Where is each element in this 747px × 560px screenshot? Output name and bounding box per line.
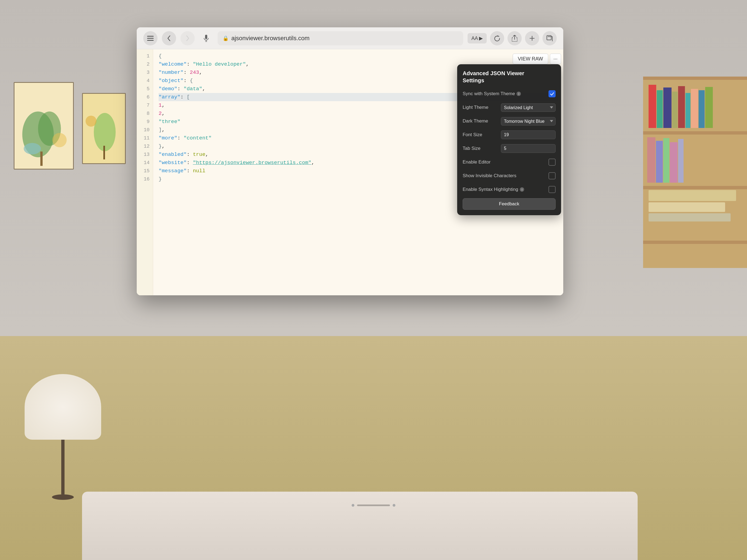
svg-rect-21 [691, 89, 698, 128]
wall-art-left [14, 82, 74, 170]
line-num-6: 6 [137, 93, 153, 101]
enable-syntax-checkbox[interactable] [548, 186, 556, 193]
line-num-1: 1 [137, 52, 153, 60]
svg-rect-29 [649, 190, 736, 201]
page-scroll-bar [357, 505, 390, 506]
line-num-11: 11 [137, 134, 153, 142]
line-num-2: 2 [137, 60, 153, 68]
lamp-foot [52, 494, 74, 500]
sidebar-toggle-button[interactable] [143, 31, 157, 45]
lamp [22, 374, 104, 511]
svg-rect-15 [649, 85, 656, 128]
line-num-14: 14 [137, 159, 153, 167]
page-dot-2 [393, 504, 395, 507]
enable-syntax-row: Enable Syntax Highlighting i [463, 184, 556, 195]
page-dot-1 [352, 504, 354, 507]
enable-editor-label: Enable Editor [463, 159, 548, 165]
svg-rect-19 [678, 86, 685, 128]
json-line-1: { [159, 52, 558, 60]
svg-rect-18 [672, 92, 677, 128]
svg-rect-23 [705, 87, 713, 128]
page-indicator [352, 504, 395, 507]
svg-rect-13 [643, 186, 747, 189]
settings-panel: Advanced JSON ViewerSettings Sync with S… [457, 64, 561, 215]
svg-rect-40 [547, 35, 551, 40]
font-size-row: Font Size [463, 130, 556, 140]
svg-rect-30 [649, 202, 725, 212]
line-num-10: 10 [137, 126, 153, 134]
enable-syntax-label: Enable Syntax Highlighting i [463, 187, 548, 192]
browser-toolbar: 🔒 ajsonviewer.browserutils.com AA ▶ [137, 27, 563, 49]
toolbar-right: AA ▶ [468, 31, 557, 45]
svg-rect-24 [647, 137, 655, 183]
svg-point-9 [85, 116, 97, 127]
dark-theme-label: Dark Theme [463, 119, 501, 124]
line-num-4: 4 [137, 77, 153, 85]
svg-rect-8 [103, 146, 105, 159]
line-num-3: 3 [137, 68, 153, 77]
show-invisible-row: Show Invisible Characters [463, 171, 556, 181]
view-raw-button[interactable]: VIEW RAW [513, 54, 548, 64]
svg-rect-25 [656, 141, 663, 183]
new-tab-button[interactable] [525, 31, 539, 45]
reader-mode-label: AA ▶ [471, 35, 483, 41]
svg-rect-26 [663, 138, 669, 183]
url-text: ajsonviewer.browserutils.com [231, 35, 310, 42]
svg-rect-14 [643, 240, 747, 244]
share-button[interactable] [508, 31, 522, 45]
sync-system-theme-row: Sync with System Theme i [463, 89, 556, 99]
feedback-button[interactable]: Feedback [463, 198, 556, 210]
tab-size-label: Tab Size [463, 146, 501, 151]
light-theme-select[interactable]: Solarized Light Default Light GitHub Lig… [501, 103, 556, 112]
show-invisible-checkbox[interactable] [548, 172, 556, 179]
sync-system-theme-checkbox[interactable] [548, 90, 556, 97]
light-theme-label: Light Theme [463, 105, 501, 110]
address-bar[interactable]: 🔒 ajsonviewer.browserutils.com [217, 31, 463, 45]
line-num-7: 7 [137, 101, 153, 109]
lock-icon: 🔒 [223, 35, 229, 41]
svg-rect-32 [147, 36, 154, 36]
svg-rect-11 [643, 77, 747, 80]
svg-rect-33 [147, 38, 154, 39]
svg-point-5 [52, 133, 67, 147]
sync-system-theme-label: Sync with System Theme i [463, 91, 548, 97]
font-size-input[interactable] [501, 130, 556, 139]
svg-rect-31 [649, 213, 730, 222]
line-num-15: 15 [137, 167, 153, 175]
svg-rect-16 [657, 90, 663, 128]
svg-rect-3 [40, 152, 42, 166]
browser-content: 1 2 3 4 5 6 7 8 9 10 11 12 13 14 15 16 {… [137, 49, 563, 295]
settings-title: Advanced JSON ViewerSettings [463, 70, 556, 84]
line-num-13: 13 [137, 150, 153, 159]
line-num-16: 16 [137, 175, 153, 183]
wall-art-left-2 [82, 93, 126, 164]
reload-button[interactable] [490, 31, 504, 45]
three-dots-button[interactable]: ··· [550, 54, 561, 64]
enable-editor-checkbox[interactable] [548, 159, 556, 166]
dark-theme-select[interactable]: Tomorrow Night Blue Monokai Dracula One … [501, 117, 556, 126]
line-num-12: 12 [137, 142, 153, 150]
back-button[interactable] [162, 31, 176, 45]
svg-rect-12 [643, 131, 747, 134]
browser-window: 🔒 ajsonviewer.browserutils.com AA ▶ [137, 27, 563, 295]
sync-info-icon[interactable]: i [516, 92, 521, 96]
svg-rect-35 [205, 35, 207, 39]
lamp-base [61, 440, 65, 494]
font-size-label: Font Size [463, 132, 501, 137]
light-theme-row: Light Theme Solarized Light Default Ligh… [463, 103, 556, 112]
sofa [82, 492, 638, 560]
enable-editor-row: Enable Editor [463, 157, 556, 167]
line-num-5: 5 [137, 85, 153, 93]
svg-rect-28 [678, 139, 684, 183]
svg-rect-17 [663, 87, 672, 128]
syntax-info-icon[interactable]: i [520, 187, 524, 192]
tab-size-input[interactable] [501, 144, 556, 153]
forward-button[interactable] [180, 31, 195, 45]
tabs-button[interactable] [542, 31, 557, 45]
line-num-9: 9 [137, 118, 153, 126]
dark-theme-row: Dark Theme Tomorrow Night Blue Monokai D… [463, 116, 556, 126]
tab-size-row: Tab Size [463, 144, 556, 153]
svg-rect-20 [686, 93, 690, 128]
microphone-button[interactable] [199, 31, 213, 45]
reader-mode-button[interactable]: AA ▶ [468, 33, 487, 44]
